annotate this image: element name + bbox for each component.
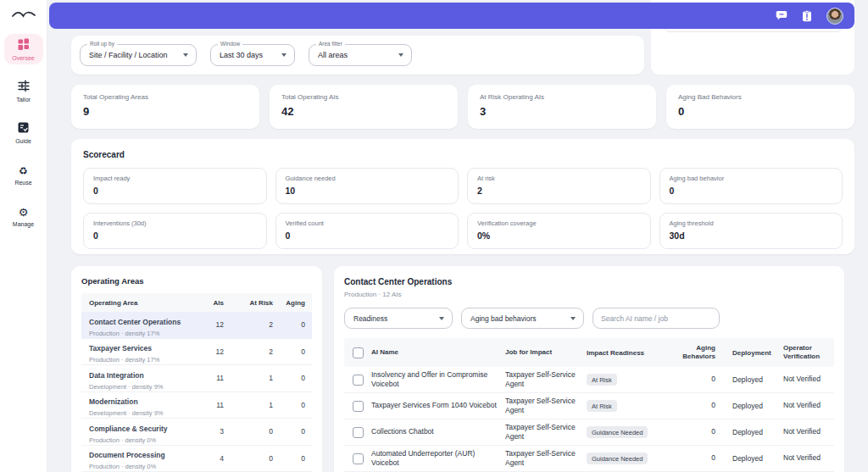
area-subtitle: Production · density 17%	[89, 356, 188, 364]
ai-job: Taxpayer Self-Service Agent	[505, 397, 587, 416]
area-subtitle: Development · density 9%	[89, 409, 188, 417]
table-row[interactable]: Document ProcessingProduction · density …	[81, 446, 312, 472]
metric-value: 0	[286, 230, 449, 241]
kpi-value: 9	[83, 105, 248, 118]
area-aging: 0	[273, 427, 312, 436]
ai-deployment: Deployed	[721, 454, 773, 463]
operating-areas-title: Operating Areas	[81, 276, 312, 286]
table-row[interactable]: Compliance & SecurityProduction · densit…	[81, 419, 312, 446]
metric-value: 0%	[477, 230, 641, 241]
ai-job: Taxpayer Self-Service Agent	[505, 370, 587, 390]
metric-label: Verification coverage	[477, 219, 641, 227]
area-aging: 0	[273, 347, 312, 356]
metric-label: Aging bad behavior	[670, 175, 833, 182]
table-row[interactable]: Taxpayer Services Form 1040 Voicebot Tax…	[344, 393, 834, 419]
area-subtitle: Production · density 17%	[89, 330, 188, 337]
area-detail-title: Contact Center Operations	[344, 277, 834, 286]
readiness-badge: At Risk	[587, 400, 617, 412]
user-avatar[interactable]	[826, 8, 843, 25]
table-row[interactable]: Contact Center OperationsProduction · de…	[81, 312, 312, 339]
aging-bad-behaviors-select[interactable]: Aging bad behaviors	[461, 308, 584, 329]
sidebar-item-label: Tailor	[4, 97, 43, 103]
ai-name: Collections Chatbot	[371, 427, 505, 436]
sidebar-item-guide[interactable]: Guide	[4, 117, 43, 147]
chevron-down-icon	[281, 53, 287, 57]
table-row[interactable]: Collections Chatbot Taxpayer Self-Servic…	[344, 419, 834, 446]
alert-clipboard-icon[interactable]	[802, 10, 812, 22]
row-checkbox[interactable]	[353, 401, 364, 412]
metric-verified-count: Verified count 0	[275, 213, 459, 249]
sidebar-item-label: Oversee	[4, 55, 43, 61]
area-at-risk: 1	[224, 374, 273, 382]
metric-interventions-30d: Interventions (30d) 0	[83, 213, 267, 249]
sidebar-nav: Oversee Tailor Guide ♻ Reuse ⚙ Manage	[0, 34, 47, 230]
ai-deployment: Deployed	[721, 375, 773, 384]
area-aging: 0	[273, 374, 312, 382]
table-row[interactable]: ModernizationDevelopment · density 9% 11…	[81, 392, 312, 419]
area-filter-select[interactable]: Area filter All areas	[309, 44, 412, 66]
metric-verification-coverage: Verification coverage 0%	[467, 213, 651, 249]
kpi-label: Total Operating Areas	[83, 93, 248, 101]
col-operating-area: Operating Area	[81, 299, 188, 307]
area-subtitle: Development · density 9%	[89, 383, 188, 391]
col-aging-behaviors: Aging Behaviors	[675, 344, 721, 362]
area-at-risk: 2	[224, 320, 273, 329]
ai-aging: 0	[675, 401, 721, 410]
sidebar-item-label: Reuse	[4, 180, 43, 186]
ai-verification: Not Verified	[773, 427, 834, 436]
ai-verification: Not Verified	[773, 453, 834, 463]
sidebar: Oversee Tailor Guide ♻ Reuse ⚙ Manage	[0, 0, 47, 472]
window-select[interactable]: Window Last 30 days	[210, 44, 295, 66]
sidebar-item-oversee[interactable]: Oversee	[4, 34, 43, 64]
roll-up-by-value: Site / Facility / Location	[89, 51, 168, 59]
area-filter-value: All areas	[318, 51, 348, 59]
ai-job: Taxpayer Self-Service Agent	[505, 449, 587, 469]
readiness-badge: At Risk	[587, 374, 617, 386]
readiness-select[interactable]: Readiness	[344, 308, 453, 329]
table-row[interactable]: Taxpayer ServicesProduction · density 17…	[81, 339, 312, 366]
select-all-checkbox[interactable]	[353, 347, 364, 358]
area-subtitle: Production · density 0%	[89, 463, 188, 470]
col-impact-readiness: Impact Readiness	[587, 349, 675, 357]
area-ais: 11	[188, 374, 224, 382]
recycle-icon: ♻	[19, 165, 28, 177]
metric-label: Verified count	[286, 219, 449, 227]
window-value: Last 30 days	[220, 51, 263, 59]
kpi-label: Total Operating AIs	[281, 93, 446, 101]
table-row[interactable]: Insolvency and Offer in Compromise Voice…	[344, 367, 834, 393]
metric-label: At risk	[477, 175, 641, 182]
col-operator-verification: Operator Verification	[773, 344, 834, 362]
global-filter-bar: Roll up by Site / Facility / Location Wi…	[71, 36, 644, 75]
search-input[interactable]	[593, 308, 720, 329]
metric-label: Guidance needed	[286, 175, 449, 182]
chat-icon[interactable]	[776, 10, 787, 21]
area-ais: 4	[188, 454, 224, 463]
sidebar-item-manage[interactable]: ⚙ Manage	[4, 200, 43, 230]
area-at-risk: 1	[224, 401, 273, 409]
ai-deployment: Deployed	[721, 402, 773, 410]
sidebar-item-tailor[interactable]: Tailor	[4, 75, 43, 106]
area-aging: 0	[273, 454, 312, 463]
ai-verification: Not Verified	[773, 401, 834, 410]
ai-job: Taxpayer Self-Service Agent	[505, 423, 587, 442]
sidebar-item-reuse[interactable]: ♻ Reuse	[4, 158, 43, 189]
row-checkbox[interactable]	[353, 427, 364, 438]
ai-name: Insolvency and Offer in Compromise Voice…	[371, 370, 505, 390]
col-deployment: Deployment	[721, 349, 773, 357]
roll-up-by-select[interactable]: Roll up by Site / Facility / Location	[80, 44, 197, 66]
area-detail-panel: Contact Center Operations Production · 1…	[334, 266, 844, 472]
dashboard-grid-icon	[18, 38, 30, 50]
table-row[interactable]: Automated Underreporter (AUR) Voicebot T…	[344, 446, 834, 472]
row-checkbox[interactable]	[353, 375, 364, 386]
window-label: Window	[218, 41, 242, 47]
topbar	[49, 3, 854, 29]
table-row[interactable]: Data IntegrationDevelopment · density 9%…	[81, 365, 312, 392]
area-at-risk: 0	[224, 427, 273, 436]
ai-deployment: Deployed	[721, 428, 773, 436]
row-checkbox[interactable]	[353, 453, 364, 464]
metric-value: 30d	[670, 230, 833, 241]
kpi-row: Total Operating Areas 9 Total Operating …	[71, 85, 854, 129]
metric-label: Interventions (30d)	[93, 219, 257, 227]
area-name: Modernization	[89, 397, 138, 406]
kpi-label: At Risk Operating AIs	[480, 93, 644, 101]
